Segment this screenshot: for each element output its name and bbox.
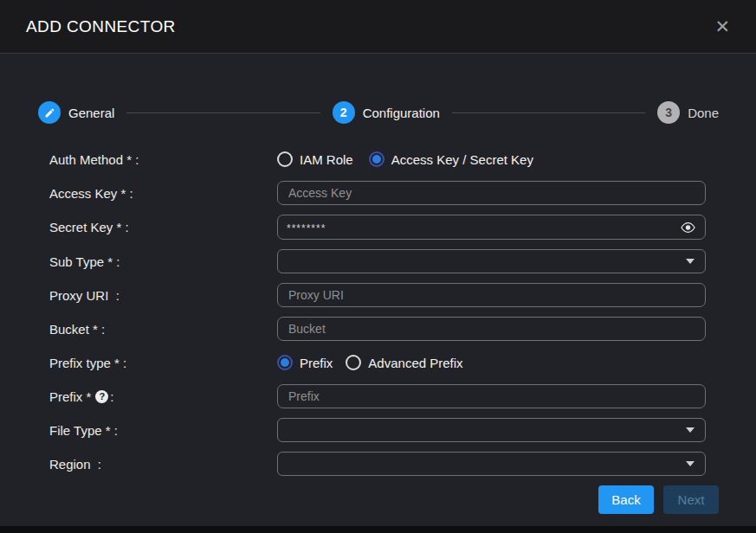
help-icon[interactable]: ? bbox=[95, 390, 108, 403]
radio-icon bbox=[277, 151, 293, 167]
step-done: 3 Done bbox=[657, 101, 719, 124]
prefix-input[interactable] bbox=[277, 384, 706, 408]
pencil-icon bbox=[44, 107, 55, 119]
eye-icon[interactable] bbox=[680, 222, 696, 234]
add-connector-dialog: ADD CONNECTOR ✕ General 2 Configuration … bbox=[0, 0, 756, 533]
chevron-down-icon bbox=[686, 427, 695, 433]
chevron-down-icon bbox=[686, 259, 695, 264]
prefix-label-text: Prefix * bbox=[49, 389, 91, 404]
prefix-label-colon: : bbox=[110, 389, 113, 404]
form-row-secret-key: Secret Key * : bbox=[49, 215, 706, 240]
close-icon[interactable]: ✕ bbox=[714, 17, 730, 35]
auth-method-radio-group: IAM Role Access Key / Secret Key bbox=[277, 151, 706, 167]
access-key-input[interactable] bbox=[277, 181, 706, 205]
radio-advanced-prefix[interactable]: Advanced Prefix bbox=[346, 355, 462, 370]
dialog-bottom-edge bbox=[0, 526, 756, 533]
region-select[interactable] bbox=[277, 452, 706, 476]
stepper-connector bbox=[452, 112, 645, 113]
next-button[interactable]: Next bbox=[663, 485, 719, 514]
dialog-title: ADD CONNECTOR bbox=[26, 17, 176, 36]
secret-key-label: Secret Key * : bbox=[49, 220, 277, 234]
form-row-prefix-type: Prefix type * : Prefix Advanced Prefix bbox=[49, 350, 706, 375]
form-row-access-key: Access Key * : bbox=[49, 181, 706, 205]
step-done-circle: 3 bbox=[657, 101, 680, 124]
radio-iam-role-label: IAM Role bbox=[300, 152, 353, 167]
step-general-circle bbox=[38, 101, 61, 124]
step-general-label: General bbox=[68, 106, 114, 120]
radio-icon-selected bbox=[277, 355, 293, 370]
form-row-prefix: Prefix * ? : bbox=[49, 384, 706, 408]
secret-key-input[interactable] bbox=[287, 220, 680, 234]
bucket-input[interactable] bbox=[277, 317, 706, 341]
radio-advanced-prefix-label: Advanced Prefix bbox=[368, 356, 462, 370]
form-row-bucket: Bucket * : bbox=[49, 317, 706, 341]
form-row-file-type: File Type * : bbox=[49, 418, 706, 442]
prefix-type-radio-group: Prefix Advanced Prefix bbox=[277, 355, 706, 370]
secret-key-field bbox=[277, 215, 706, 240]
radio-iam-role[interactable]: IAM Role bbox=[277, 151, 353, 167]
radio-prefix[interactable]: Prefix bbox=[277, 355, 333, 370]
prefix-label: Prefix * ? : bbox=[49, 389, 277, 404]
configuration-form: Auth Method * : IAM Role Access Key / Se… bbox=[49, 147, 706, 476]
back-button[interactable]: Back bbox=[598, 485, 654, 514]
step-general[interactable]: General bbox=[38, 101, 114, 124]
access-key-label: Access Key * : bbox=[49, 186, 277, 201]
proxy-uri-input[interactable] bbox=[277, 283, 706, 307]
step-configuration[interactable]: 2 Configuration bbox=[333, 101, 440, 124]
bucket-label: Bucket * : bbox=[49, 322, 277, 337]
chevron-down-icon bbox=[686, 461, 695, 466]
dialog-actions: Back Next bbox=[0, 485, 719, 514]
step-done-label: Done bbox=[688, 106, 719, 120]
wizard-stepper: General 2 Configuration 3 Done bbox=[38, 101, 719, 124]
region-label: Region : bbox=[49, 457, 277, 472]
radio-icon bbox=[346, 355, 361, 370]
radio-icon-selected bbox=[369, 151, 384, 167]
form-row-auth-method: Auth Method * : IAM Role Access Key / Se… bbox=[49, 147, 706, 171]
stepper-connector bbox=[126, 112, 320, 113]
file-type-select[interactable] bbox=[277, 418, 706, 442]
form-row-proxy-uri: Proxy URI : bbox=[49, 283, 706, 307]
sub-type-select[interactable] bbox=[277, 249, 706, 273]
dialog-header: ADD CONNECTOR ✕ bbox=[0, 0, 756, 54]
radio-access-key-secret-key[interactable]: Access Key / Secret Key bbox=[369, 151, 533, 167]
step-configuration-label: Configuration bbox=[363, 106, 440, 120]
form-row-region: Region : bbox=[49, 452, 706, 476]
auth-method-label: Auth Method * : bbox=[49, 152, 277, 167]
form-row-sub-type: Sub Type * : bbox=[49, 249, 706, 273]
prefix-type-label: Prefix type * : bbox=[49, 356, 277, 370]
radio-prefix-label: Prefix bbox=[300, 356, 333, 370]
file-type-label: File Type * : bbox=[49, 423, 277, 438]
radio-access-key-label: Access Key / Secret Key bbox=[391, 152, 533, 167]
sub-type-label: Sub Type * : bbox=[49, 254, 277, 269]
proxy-uri-label: Proxy URI : bbox=[49, 288, 277, 303]
step-configuration-circle: 2 bbox=[333, 101, 355, 124]
